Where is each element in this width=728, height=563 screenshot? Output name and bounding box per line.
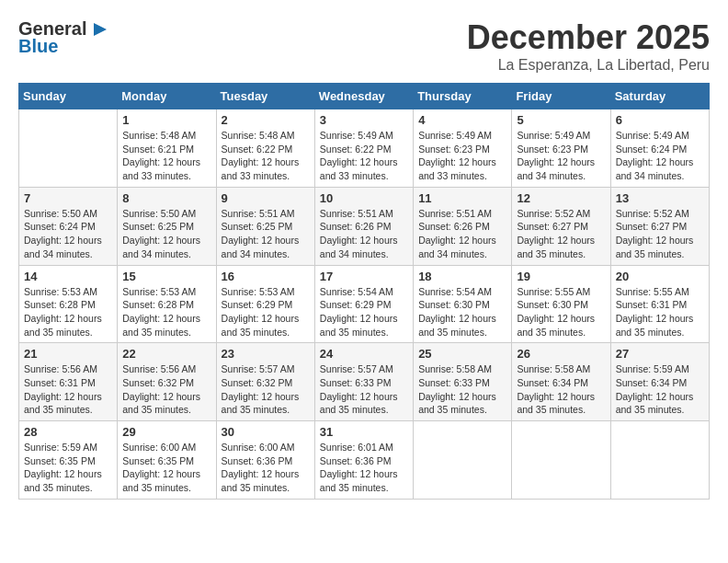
day-number: 9 <box>222 191 310 205</box>
weekday-header: Friday <box>512 84 610 109</box>
weekday-header: Saturday <box>610 84 709 109</box>
day-info: Sunrise: 5:53 AM Sunset: 6:28 PM Dayligh… <box>122 285 210 339</box>
day-number: 25 <box>418 347 506 361</box>
calendar-week-row: 21Sunrise: 5:56 AM Sunset: 6:31 PM Dayli… <box>19 343 710 421</box>
day-info: Sunrise: 5:49 AM Sunset: 6:23 PM Dayligh… <box>418 129 506 183</box>
calendar-cell: 13Sunrise: 5:52 AM Sunset: 6:27 PM Dayli… <box>610 187 709 265</box>
weekday-header: Monday <box>118 84 216 109</box>
day-info: Sunrise: 5:59 AM Sunset: 6:35 PM Dayligh… <box>24 441 112 495</box>
calendar-cell: 5Sunrise: 5:49 AM Sunset: 6:23 PM Daylig… <box>512 109 610 188</box>
day-number: 19 <box>517 270 605 283</box>
calendar-cell: 28Sunrise: 5:59 AM Sunset: 6:35 PM Dayli… <box>19 421 118 500</box>
day-number: 17 <box>320 270 408 283</box>
day-number: 13 <box>616 191 704 205</box>
logo-icon <box>88 19 108 40</box>
calendar-week-row: 1Sunrise: 5:48 AM Sunset: 6:21 PM Daylig… <box>19 109 710 188</box>
header: General Blue December 2025 La Esperanza,… <box>18 18 710 74</box>
calendar-cell: 14Sunrise: 5:53 AM Sunset: 6:28 PM Dayli… <box>19 265 118 343</box>
calendar-cell: 8Sunrise: 5:50 AM Sunset: 6:25 PM Daylig… <box>118 187 216 265</box>
calendar-cell: 19Sunrise: 5:55 AM Sunset: 6:30 PM Dayli… <box>512 265 610 343</box>
calendar-week-row: 7Sunrise: 5:50 AM Sunset: 6:24 PM Daylig… <box>19 187 710 265</box>
calendar-cell: 23Sunrise: 5:57 AM Sunset: 6:32 PM Dayli… <box>216 343 314 421</box>
day-number: 1 <box>122 113 210 127</box>
calendar-cell: 22Sunrise: 5:56 AM Sunset: 6:32 PM Dayli… <box>118 343 216 421</box>
logo: General Blue <box>18 18 108 57</box>
calendar-week-row: 28Sunrise: 5:59 AM Sunset: 6:35 PM Dayli… <box>19 421 710 500</box>
calendar-cell: 21Sunrise: 5:56 AM Sunset: 6:31 PM Dayli… <box>19 343 118 421</box>
calendar-cell: 16Sunrise: 5:53 AM Sunset: 6:29 PM Dayli… <box>216 265 314 343</box>
day-info: Sunrise: 6:01 AM Sunset: 6:36 PM Dayligh… <box>320 441 408 495</box>
day-number: 23 <box>222 347 310 361</box>
calendar-cell: 15Sunrise: 5:53 AM Sunset: 6:28 PM Dayli… <box>118 265 216 343</box>
calendar-cell: 26Sunrise: 5:58 AM Sunset: 6:34 PM Dayli… <box>512 343 610 421</box>
day-number: 6 <box>616 113 704 127</box>
weekday-header-row: SundayMondayTuesdayWednesdayThursdayFrid… <box>19 84 710 109</box>
day-info: Sunrise: 5:58 AM Sunset: 6:33 PM Dayligh… <box>418 362 506 417</box>
calendar-cell: 12Sunrise: 5:52 AM Sunset: 6:27 PM Dayli… <box>512 187 610 265</box>
calendar-cell <box>610 421 709 500</box>
calendar-cell: 31Sunrise: 6:01 AM Sunset: 6:36 PM Dayli… <box>314 421 413 500</box>
day-info: Sunrise: 5:53 AM Sunset: 6:28 PM Dayligh… <box>24 285 112 339</box>
calendar-cell: 29Sunrise: 6:00 AM Sunset: 6:35 PM Dayli… <box>118 421 216 500</box>
calendar-week-row: 14Sunrise: 5:53 AM Sunset: 6:28 PM Dayli… <box>19 265 710 343</box>
calendar-cell: 3Sunrise: 5:49 AM Sunset: 6:22 PM Daylig… <box>314 109 413 188</box>
calendar-cell: 7Sunrise: 5:50 AM Sunset: 6:24 PM Daylig… <box>19 187 118 265</box>
calendar-cell: 10Sunrise: 5:51 AM Sunset: 6:26 PM Dayli… <box>314 187 413 265</box>
day-info: Sunrise: 5:54 AM Sunset: 6:29 PM Dayligh… <box>320 285 408 339</box>
day-number: 29 <box>122 425 210 439</box>
day-info: Sunrise: 5:59 AM Sunset: 6:34 PM Dayligh… <box>616 362 704 417</box>
day-info: Sunrise: 5:50 AM Sunset: 6:24 PM Dayligh… <box>24 207 112 261</box>
calendar-cell: 4Sunrise: 5:49 AM Sunset: 6:23 PM Daylig… <box>414 109 512 188</box>
day-info: Sunrise: 6:00 AM Sunset: 6:36 PM Dayligh… <box>222 441 310 495</box>
day-info: Sunrise: 5:52 AM Sunset: 6:27 PM Dayligh… <box>616 207 704 261</box>
day-number: 16 <box>222 270 310 283</box>
day-number: 15 <box>122 270 210 283</box>
day-info: Sunrise: 5:49 AM Sunset: 6:23 PM Dayligh… <box>517 129 605 183</box>
calendar-cell: 24Sunrise: 5:57 AM Sunset: 6:33 PM Dayli… <box>314 343 413 421</box>
calendar-cell: 11Sunrise: 5:51 AM Sunset: 6:26 PM Dayli… <box>414 187 512 265</box>
day-info: Sunrise: 5:51 AM Sunset: 6:26 PM Dayligh… <box>320 207 408 261</box>
day-number: 10 <box>320 191 408 205</box>
day-number: 12 <box>517 191 605 205</box>
day-info: Sunrise: 5:52 AM Sunset: 6:27 PM Dayligh… <box>517 207 605 261</box>
calendar-cell: 2Sunrise: 5:48 AM Sunset: 6:22 PM Daylig… <box>216 109 314 188</box>
day-info: Sunrise: 5:51 AM Sunset: 6:26 PM Dayligh… <box>418 207 506 261</box>
day-number: 30 <box>222 425 310 439</box>
day-number: 27 <box>616 347 704 361</box>
location-title: La Esperanza, La Libertad, Peru <box>467 57 710 74</box>
day-number: 2 <box>222 113 310 127</box>
day-info: Sunrise: 6:00 AM Sunset: 6:35 PM Dayligh… <box>122 441 210 495</box>
title-area: December 2025 La Esperanza, La Libertad,… <box>467 18 710 74</box>
month-title: December 2025 <box>467 18 710 57</box>
svg-marker-0 <box>94 23 107 36</box>
day-info: Sunrise: 5:48 AM Sunset: 6:22 PM Dayligh… <box>222 129 310 183</box>
day-info: Sunrise: 5:55 AM Sunset: 6:30 PM Dayligh… <box>517 285 605 339</box>
calendar-cell <box>19 109 118 188</box>
day-number: 24 <box>320 347 408 361</box>
day-info: Sunrise: 5:56 AM Sunset: 6:32 PM Dayligh… <box>122 362 210 417</box>
calendar-cell: 25Sunrise: 5:58 AM Sunset: 6:33 PM Dayli… <box>414 343 512 421</box>
day-number: 3 <box>320 113 408 127</box>
day-number: 18 <box>418 270 506 283</box>
calendar-cell: 20Sunrise: 5:55 AM Sunset: 6:31 PM Dayli… <box>610 265 709 343</box>
day-info: Sunrise: 5:57 AM Sunset: 6:33 PM Dayligh… <box>320 362 408 417</box>
day-info: Sunrise: 5:54 AM Sunset: 6:30 PM Dayligh… <box>418 285 506 339</box>
day-number: 22 <box>122 347 210 361</box>
day-number: 31 <box>320 425 408 439</box>
calendar-cell: 27Sunrise: 5:59 AM Sunset: 6:34 PM Dayli… <box>610 343 709 421</box>
day-info: Sunrise: 5:53 AM Sunset: 6:29 PM Dayligh… <box>222 285 310 339</box>
day-info: Sunrise: 5:55 AM Sunset: 6:31 PM Dayligh… <box>616 285 704 339</box>
day-info: Sunrise: 5:49 AM Sunset: 6:24 PM Dayligh… <box>616 129 704 183</box>
day-info: Sunrise: 5:57 AM Sunset: 6:32 PM Dayligh… <box>222 362 310 417</box>
day-number: 20 <box>616 270 704 283</box>
day-number: 5 <box>517 113 605 127</box>
weekday-header: Wednesday <box>314 84 413 109</box>
day-info: Sunrise: 5:51 AM Sunset: 6:25 PM Dayligh… <box>222 207 310 261</box>
day-info: Sunrise: 5:58 AM Sunset: 6:34 PM Dayligh… <box>517 362 605 417</box>
weekday-header: Tuesday <box>216 84 314 109</box>
calendar-cell: 6Sunrise: 5:49 AM Sunset: 6:24 PM Daylig… <box>610 109 709 188</box>
day-info: Sunrise: 5:50 AM Sunset: 6:25 PM Dayligh… <box>122 207 210 261</box>
logo-blue: Blue <box>18 36 58 57</box>
calendar-cell <box>414 421 512 500</box>
calendar-cell: 17Sunrise: 5:54 AM Sunset: 6:29 PM Dayli… <box>314 265 413 343</box>
